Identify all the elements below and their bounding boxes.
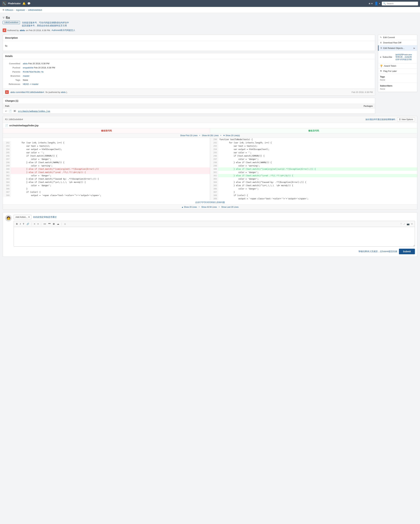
- search-input[interactable]: [387, 2, 413, 5]
- user-menu[interactable]: 👤 ▾: [374, 1, 380, 5]
- breadcrumb-logviewer[interactable]: logviewer: [16, 9, 25, 11]
- toolbar-bold[interactable]: B: [16, 222, 18, 226]
- diff-new-num[interactable]: 308: [210, 194, 218, 197]
- activity-author[interactable]: abdu committed: [10, 91, 26, 93]
- editor-icon-3: 📷: [407, 223, 410, 225]
- diff-old-num[interactable]: 302: [3, 174, 11, 177]
- diff-new-num[interactable]: 299: [210, 164, 218, 167]
- diff-old-num[interactable]: 307: [3, 191, 11, 194]
- diff-new-num[interactable]: 293: [210, 144, 218, 148]
- diff-new-num[interactable]: 295: [210, 151, 218, 154]
- award-token-label: Award Token: [384, 65, 396, 67]
- diff-old-num[interactable]: 298: [3, 161, 11, 164]
- add-action-select[interactable]: Add Action... ▾: [14, 215, 31, 219]
- app-logo[interactable]: 🔧 Phabricator: [2, 1, 21, 6]
- action-edit-commit[interactable]: ✎ Edit Commit: [378, 35, 417, 40]
- diff-old-num[interactable]: 292: [3, 141, 11, 144]
- diff-new-num[interactable]: 309: [210, 197, 218, 200]
- commit-hash[interactable]: 1d6d2ede8de4: [3, 21, 20, 24]
- toolbar-link[interactable]: 🔗: [26, 222, 30, 226]
- diff-old-num[interactable]: 299: [3, 164, 11, 167]
- toolbar-text[interactable]: T: [22, 222, 25, 226]
- diff-new-num[interactable]: 298: [210, 161, 218, 164]
- file-path[interactable]: src/main/webapp/index.jsp: [18, 110, 50, 112]
- activity-commit-ref[interactable]: R3:1d6d2ede8de4: [26, 91, 44, 93]
- action-edit-related[interactable]: ⧉ Edit Related Objects... ▶: [378, 45, 417, 51]
- diff-old-row: 294 var output = htmlEscape(text);: [3, 148, 210, 151]
- diff-show-lines[interactable]: Show First 20 Lines • Show All 291 Lines…: [3, 133, 417, 138]
- diff-new-num[interactable]: 305: [210, 184, 218, 187]
- diff-old-num[interactable]: 294: [3, 148, 11, 151]
- footer-show-last-20[interactable]: Show Last 20 Lines: [221, 206, 239, 208]
- diff-labels: 修改前代码 修改后代码: [3, 128, 417, 133]
- view-options-button[interactable]: ☰ View Options: [397, 117, 415, 121]
- diff-old-num[interactable]: 293: [3, 144, 11, 148]
- toolbar-emoji[interactable]: ☺: [63, 222, 67, 226]
- diff-old-num[interactable]: 306: [3, 187, 11, 191]
- diff-old-num[interactable]: 303: [3, 177, 11, 181]
- diff-old-num[interactable]: 305: [3, 184, 11, 187]
- diff-old-num[interactable]: 297: [3, 157, 11, 161]
- author-name[interactable]: abdu: [20, 29, 25, 32]
- diff-new-panel: 296 if (text.match(/ERROR/)) {: [210, 154, 417, 157]
- action-subscribe[interactable]: ● Subscribe 如何使用Phabricator管理任务，从此处将任务与代…: [378, 51, 417, 63]
- diff-new-num[interactable]: 294: [210, 148, 218, 151]
- diff-new-row: 300 } else if (text.match(/^(com|org|net…: [210, 167, 417, 171]
- details-committed-by[interactable]: abdu: [23, 62, 28, 65]
- bell-icon[interactable]: 🔔: [22, 2, 26, 5]
- show-first-20[interactable]: Show First 20 Lines: [180, 134, 197, 137]
- diff-new-num[interactable]: 297: [210, 157, 218, 161]
- diff-row-header-new: 290 function textToNode(texts) {: [210, 138, 417, 141]
- diff-row: 296 if (text.match(/ERROR/)) {296 if (te…: [3, 154, 417, 157]
- diff-new-num[interactable]: 302: [210, 174, 218, 177]
- diff-new-num[interactable]: 301: [210, 171, 218, 174]
- diff-new-num[interactable]: 300: [210, 167, 218, 171]
- toolbar-table[interactable]: ⊞: [52, 222, 55, 226]
- toolbar-code[interactable]: <>: [43, 222, 47, 226]
- diff-new-num[interactable]: 296: [210, 154, 218, 157]
- action-award-token[interactable]: 🏆 Award Token: [378, 63, 417, 69]
- chat-icon[interactable]: 💬: [27, 2, 31, 5]
- diff-num-290[interactable]: 290: [210, 138, 218, 141]
- diff-new-num[interactable]: 306: [210, 187, 218, 191]
- activity-author-name[interactable]: abdu: [61, 91, 66, 93]
- submit-button[interactable]: Submit: [399, 249, 415, 254]
- toolbar-ol[interactable]: ≡: [37, 222, 39, 226]
- diff-encoding-note[interactable]: 如出现乱码可通过该按钮调整编码: [366, 118, 395, 121]
- footer-show-all-94[interactable]: Show All 94 Lines: [201, 206, 217, 208]
- commit-header: ⑂ fix 1d6d2ede8de4 当前提交版本号，可在代码提交摘要或站内评论…: [3, 16, 417, 32]
- action-download-raw[interactable]: ⬇ Download Raw Diff: [378, 40, 417, 45]
- show-20-lines[interactable]: ▼ Show 20 Line(s): [223, 134, 240, 137]
- diff-old-num[interactable]: 295: [3, 151, 11, 154]
- toolbar-blockquote[interactable]: ❝❝: [48, 222, 51, 226]
- diff-old-num[interactable]: 304: [3, 181, 11, 184]
- diff-old-num[interactable]: 301: [3, 171, 11, 174]
- action-flag[interactable]: ⚑ Flag For Later: [378, 69, 417, 74]
- diff-old-num[interactable]: 296: [3, 154, 11, 157]
- diff-new-row: 304 } else if (text.match(/^Caused by: .…: [210, 181, 417, 184]
- edit-icon: ✎: [380, 36, 382, 39]
- breadcrumb-diffusion[interactable]: Diffusion: [5, 9, 13, 11]
- diff-new-num[interactable]: 303: [210, 177, 218, 181]
- comment-textarea[interactable]: [14, 227, 415, 246]
- search-bar[interactable]: 🔍: [382, 2, 418, 5]
- diff-old-num[interactable]: 308: [3, 194, 11, 197]
- toolbar-ul[interactable]: ≡: [33, 222, 36, 226]
- toolbar-upload[interactable]: ☁: [56, 222, 60, 226]
- diff-new-num[interactable]: 307: [210, 191, 218, 194]
- diff-new-num[interactable]: 292: [210, 141, 218, 144]
- show-all-291[interactable]: Show All 291 Lines: [202, 134, 219, 137]
- details-parents-link[interactable]: R3:9b792e78c28c: fix: [23, 70, 44, 73]
- diff-new-num[interactable]: 304: [210, 181, 218, 184]
- toolbar-italic[interactable]: I: [19, 222, 21, 226]
- description-body: fix: [3, 41, 375, 51]
- footer-show-20[interactable]: ▲ Show 20 Lines: [181, 206, 197, 208]
- breadcrumb-hash[interactable]: 1d6d2ede8de4: [28, 9, 42, 11]
- diff-new-row: 294 var output = htmlEscape(text);: [210, 148, 417, 151]
- diff-num-empty[interactable]: [3, 138, 11, 138]
- details-references-link[interactable]: HEAD -> master: [23, 83, 38, 85]
- details-pushed-by[interactable]: eropatishie: [23, 66, 33, 69]
- star-icon[interactable]: ★ ▾: [368, 2, 373, 5]
- diff-old-num[interactable]: 300: [3, 167, 11, 171]
- details-branches-link[interactable]: master: [23, 75, 29, 77]
